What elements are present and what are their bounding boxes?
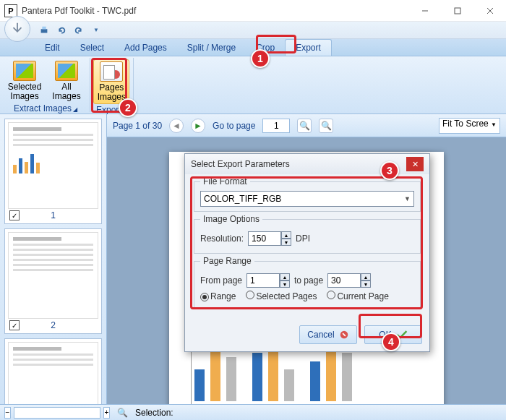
goto-page-input[interactable] [262,119,290,133]
image-options-label: Image Options [200,214,262,224]
tab-edit[interactable]: Edit [35,39,70,56]
current-page-radio[interactable]: Current Page [327,291,388,301]
label: Images [10,92,38,101]
selected-images-icon [13,61,36,81]
thumbnail-item[interactable]: ✓ 2 [4,228,102,334]
spin-up-icon[interactable]: ▲ [281,231,291,239]
maximize-button[interactable] [441,1,473,21]
export-parameters-dialog: Select Export Parameters ✕ File Format C… [184,153,430,352]
cancel-button[interactable]: Cancel [299,325,357,344]
file-format-combo[interactable]: COLOR_TIFF_RGB ▼ [200,191,414,207]
label: Cancel [307,330,334,340]
to-page-label: to page [294,275,323,286]
thumbnail-item[interactable]: ✓ 1 [4,119,102,224]
page-range-fieldset: Page Range From page ▲▼ to page ▲▼ Range [194,261,421,309]
range-radio[interactable]: Range [200,291,236,301]
thumbnail-item[interactable]: ✓ 3 [4,338,102,404]
thumb-zoom-out-icon[interactable]: − [4,407,11,419]
undo-icon[interactable] [55,24,68,37]
thumbnail-number: 1 [8,210,98,220]
chevron-down-icon: ▼ [404,195,411,202]
image-options-fieldset: Image Options Resolution: ▲▼ DPI [194,219,421,254]
dpi-label: DPI [296,233,310,244]
all-images-icon [55,61,78,81]
app-icon: P [4,4,17,17]
page-range-label: Page Range [200,256,254,266]
thumbnail-number: 2 [8,320,98,330]
search-icon[interactable]: 🔍 [117,408,128,418]
pager-toolbar: Page 1 of 30 ◄ ► Go to page 🔍 🔍 Fit To S… [107,114,506,137]
quick-access-toolbar: ▼ [0,22,506,39]
callout-2: 2 [119,98,137,117]
selected-pages-radio[interactable]: Selected Pages [246,291,317,301]
all-images-button[interactable]: All Images [46,59,87,103]
svg-rect-1 [455,8,460,14]
from-page-spinner[interactable]: ▲▼ [246,273,290,288]
thumbnail-checkbox[interactable]: ✓ [9,210,20,220]
zoom-in-button[interactable]: 🔍 [319,119,333,133]
thumbnails-panel[interactable]: ✓ 1 ✓ 2 ✓ 3 [0,114,107,404]
spin-up-icon[interactable]: ▲ [361,273,371,280]
prev-page-button[interactable]: ◄ [169,119,184,133]
cancel-icon [339,330,349,340]
qat-dropdown-icon[interactable]: ▼ [90,24,103,37]
callout-1: 1 [251,49,270,68]
spin-down-icon[interactable]: ▼ [280,280,290,288]
titlebar: P Pantera Pdf Toolkit - TWC.pdf [0,0,506,22]
selection-label: Selection: [135,408,173,418]
minimize-button[interactable] [408,1,441,21]
spin-down-icon[interactable]: ▼ [281,239,291,246]
callout-4: 4 [382,333,400,351]
thumbnail-checkbox[interactable]: ✓ [9,320,20,330]
resolution-label: Resolution: [200,233,244,244]
app-menu-button[interactable] [4,16,30,42]
resolution-input[interactable] [248,231,281,246]
status-bar: − + 🔍 Selection: [0,404,506,420]
tab-split-merge[interactable]: Split / Merge [177,39,246,56]
callout-3: 3 [380,161,399,180]
tab-add-pages[interactable]: Add Pages [114,39,177,56]
dialog-title: Select Export Parameters [191,159,290,169]
window-title: Pantera Pdf Toolkit - TWC.pdf [22,6,408,16]
group-label: Extract Images◢ [11,103,80,114]
pages-images-icon [100,61,123,82]
to-page-spinner[interactable]: ▲▼ [327,273,371,288]
dialog-close-button[interactable]: ✕ [406,157,424,171]
from-page-input[interactable] [246,273,280,288]
svg-rect-5 [42,26,46,29]
zoom-out-button[interactable]: 🔍 [297,119,312,133]
zoom-fit-select[interactable]: Fit To Scree ▼ [439,118,500,134]
next-page-button[interactable]: ► [191,119,205,133]
ribbon-group-extract-images: Selected Images All Images Extract Image… [1,58,90,112]
thumb-search-input[interactable] [14,407,100,419]
tab-select[interactable]: Select [70,39,114,56]
resolution-spinner[interactable]: ▲▼ [248,231,291,246]
tab-export[interactable]: Export [285,39,332,56]
print-icon[interactable] [38,24,51,37]
redo-icon[interactable] [72,24,85,37]
to-page-input[interactable] [327,273,361,288]
combo-value: COLOR_TIFF_RGB [204,194,281,204]
goto-label: Go to page [213,121,255,131]
spin-down-icon[interactable]: ▼ [361,280,371,288]
pages-images-button[interactable]: Pages Images [93,59,129,104]
label: Images [52,92,80,101]
svg-rect-4 [41,29,48,33]
from-page-label: From page [200,275,242,286]
selected-images-button[interactable]: Selected Images [4,59,45,103]
close-button[interactable] [473,1,506,21]
thumb-zoom-in-icon[interactable]: + [103,407,110,419]
file-format-label: File Format [200,176,250,187]
file-format-fieldset: File Format COLOR_TIFF_RGB ▼ [194,181,421,212]
spin-up-icon[interactable]: ▲ [280,273,290,280]
page-indicator: Page 1 of 30 [113,121,162,131]
